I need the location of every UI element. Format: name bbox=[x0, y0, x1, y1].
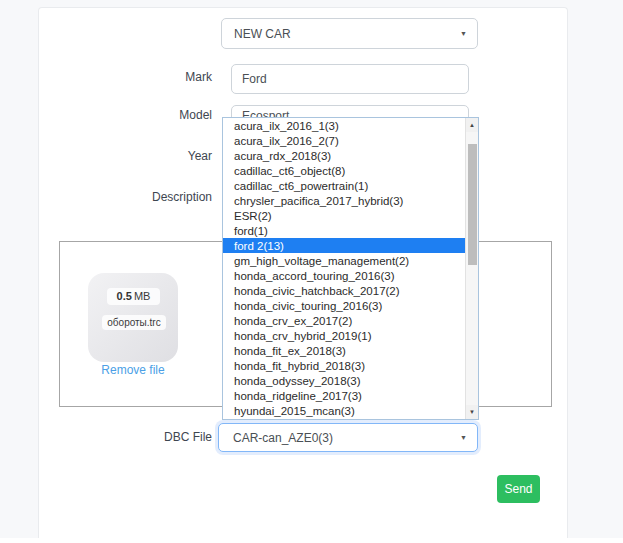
dbc-options-list: acura_ilx_2016_1(3)acura_ilx_2016_2(7)ac… bbox=[223, 118, 465, 419]
dropdown-option[interactable]: cadillac_ct6_powertrain(1) bbox=[223, 178, 465, 193]
dropdown-option[interactable]: ford 2(13) bbox=[223, 238, 465, 253]
dropdown-option[interactable]: honda_accord_touring_2016(3) bbox=[223, 268, 465, 283]
dropdown-scrollbar[interactable]: ▲ ▼ bbox=[465, 118, 478, 419]
file-size-unit: MB bbox=[134, 290, 151, 302]
dropdown-option[interactable]: honda_civic_hatchback_2017(2) bbox=[223, 284, 465, 299]
dropdown-option[interactable]: honda_fit_ex_2018(3) bbox=[223, 344, 465, 359]
dropdown-option[interactable]: honda_civic_touring_2016(3) bbox=[223, 299, 465, 314]
file-name-badge: обороты.trc bbox=[102, 315, 166, 330]
upload-car-form-screen: NEW CAR ▼ Mark Model Year Description 0.… bbox=[0, 0, 623, 543]
dropdown-option[interactable]: cadillac_ct6_object(8) bbox=[223, 163, 465, 178]
caret-down-icon: ▼ bbox=[460, 434, 467, 441]
car-type-select[interactable]: NEW CAR ▼ bbox=[221, 18, 478, 49]
remove-file-link[interactable]: Remove file bbox=[88, 363, 178, 377]
dbc-file-select[interactable]: CAR-can_AZE0(3) ▼ bbox=[218, 423, 478, 452]
dbc-options-dropdown: acura_ilx_2016_1(3)acura_ilx_2016_2(7)ac… bbox=[222, 117, 479, 420]
dropdown-option[interactable]: honda_ridgeline_2017(3) bbox=[223, 389, 465, 404]
dbc-file-label: DBC File bbox=[60, 430, 212, 444]
dropdown-option[interactable]: honda_fit_hybrid_2018(3) bbox=[223, 359, 465, 374]
dropdown-option[interactable]: acura_ilx_2016_1(3) bbox=[223, 118, 465, 133]
dropdown-option[interactable]: ESR(2) bbox=[223, 208, 465, 223]
year-label: Year bbox=[60, 149, 212, 163]
dropdown-option[interactable]: honda_crv_hybrid_2019(1) bbox=[223, 329, 465, 344]
dropdown-option[interactable]: honda_odyssey_2018(3) bbox=[223, 374, 465, 389]
caret-down-icon: ▼ bbox=[460, 30, 467, 37]
mark-label: Mark bbox=[60, 70, 212, 84]
file-size-badge: 0.5MB bbox=[107, 288, 160, 305]
dropdown-option[interactable]: chrysler_pacifica_2017_hybrid(3) bbox=[223, 193, 465, 208]
dbc-file-select-value: CAR-can_AZE0(3) bbox=[233, 431, 333, 445]
scroll-up-icon[interactable]: ▲ bbox=[466, 118, 478, 132]
file-size-value: 0.5 bbox=[117, 290, 132, 302]
model-label: Model bbox=[60, 108, 212, 122]
dropdown-option[interactable]: acura_ilx_2016_2(7) bbox=[223, 133, 465, 148]
dropdown-option[interactable]: gm_high_voltage_management(2) bbox=[223, 253, 465, 268]
send-button[interactable]: Send bbox=[497, 475, 540, 503]
dropdown-option[interactable]: hyundai_2015_mcan(3) bbox=[223, 404, 465, 419]
scrollbar-thumb[interactable] bbox=[468, 144, 477, 265]
mark-input[interactable] bbox=[231, 64, 469, 94]
dropdown-option[interactable]: honda_crv_ex_2017(2) bbox=[223, 314, 465, 329]
scroll-down-icon[interactable]: ▼ bbox=[466, 405, 478, 419]
car-type-select-value: NEW CAR bbox=[234, 27, 291, 41]
description-label: Description bbox=[60, 190, 212, 204]
dropdown-option[interactable]: ford(1) bbox=[223, 223, 465, 238]
dropdown-option[interactable]: acura_rdx_2018(3) bbox=[223, 148, 465, 163]
